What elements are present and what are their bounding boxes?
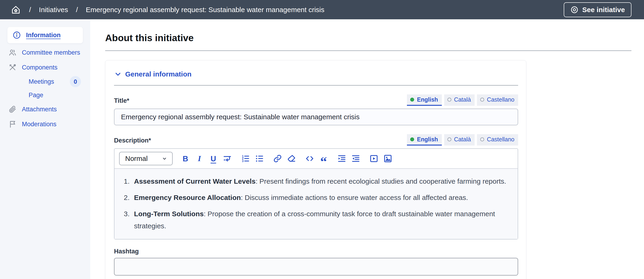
lang-tab-label: Castellano xyxy=(487,96,514,103)
sidebar-item-label: Attachments xyxy=(22,106,57,113)
hashtag-input[interactable] xyxy=(114,258,518,276)
home-gear-icon[interactable] xyxy=(10,4,21,15)
sidebar: Information Committee members Components… xyxy=(0,19,90,279)
list-item-text: : Present findings from recent ecologica… xyxy=(256,177,506,185)
page-title: About this initiative xyxy=(105,32,632,43)
radio-empty-icon xyxy=(448,98,451,102)
lang-tab-castellano[interactable]: Castellano xyxy=(477,134,518,146)
link-icon[interactable] xyxy=(272,153,283,164)
italic-icon[interactable]: I xyxy=(194,153,205,164)
list-number: 3. xyxy=(124,208,134,232)
radio-empty-icon xyxy=(480,137,484,141)
topbar: / Initiatives / Emergency regional assem… xyxy=(0,0,644,19)
unordered-list-icon[interactable] xyxy=(254,153,265,164)
indent-increase-icon[interactable] xyxy=(336,153,347,164)
list-item-text: : Discuss immediate actions to ensure wa… xyxy=(241,194,468,201)
general-information-panel: General information Title* English Catal… xyxy=(105,60,526,279)
sidebar-item-page[interactable]: Page xyxy=(0,88,90,102)
list-item-bold: Long-Term Solutions xyxy=(134,210,204,218)
description-field-label: Description* xyxy=(114,137,151,146)
eraser-icon[interactable] xyxy=(286,153,297,164)
indent-decrease-icon[interactable] xyxy=(350,153,361,164)
list-number: 1. xyxy=(124,175,134,187)
lang-tab-label: Castellano xyxy=(487,136,514,143)
sidebar-item-label: Moderations xyxy=(22,121,56,128)
sidebar-item-label: Meetings xyxy=(28,78,54,85)
admin-app: / Initiatives / Emergency regional assem… xyxy=(0,0,644,279)
sidebar-item-moderations[interactable]: Moderations xyxy=(0,117,90,132)
general-information-toggle[interactable]: General information xyxy=(114,70,518,78)
breadcrumb-initiatives-link[interactable]: Initiatives xyxy=(39,6,68,14)
divider xyxy=(114,85,518,86)
eye-icon xyxy=(570,5,578,14)
title-field-label: Title* xyxy=(114,97,129,106)
info-icon xyxy=(12,31,21,39)
lang-tab-catala[interactable]: Català xyxy=(444,134,474,146)
line-break-icon[interactable] xyxy=(222,153,233,164)
format-select-value: Normal xyxy=(125,155,148,163)
lang-tab-english[interactable]: English xyxy=(407,134,442,146)
see-initiative-button[interactable]: See initiative xyxy=(564,2,632,17)
ordered-list-icon[interactable]: 123 xyxy=(240,153,251,164)
paperclip-icon xyxy=(8,105,17,113)
description-language-tabs: English Català Castellano xyxy=(407,134,518,146)
format-select[interactable]: Normal xyxy=(119,152,173,165)
breadcrumb-current-page: Emergency regional assembly request: Sus… xyxy=(86,6,324,14)
code-view-icon[interactable] xyxy=(304,153,315,164)
editor-toolbar: Normal B I U 123 xyxy=(114,149,518,168)
sidebar-item-label: Committee members xyxy=(22,49,80,56)
radio-empty-icon xyxy=(480,98,484,102)
sidebar-item-attachments[interactable]: Attachments xyxy=(0,102,90,117)
list-item: 2. Emergency Resource Allocation: Discus… xyxy=(124,192,511,204)
list-item: 3. Long-Term Solutions: Propose the crea… xyxy=(124,208,511,232)
sidebar-item-meetings[interactable]: Meetings 0 xyxy=(0,75,90,88)
lang-tab-catala[interactable]: Català xyxy=(444,94,474,106)
list-item-bold: Emergency Resource Allocation xyxy=(134,194,241,201)
radio-empty-icon xyxy=(448,137,451,141)
lang-tab-label: English xyxy=(417,96,438,103)
breadcrumb-separator: / xyxy=(76,6,78,14)
breadcrumb-separator: / xyxy=(29,6,31,14)
image-icon[interactable] xyxy=(382,153,393,164)
video-embed-icon[interactable] xyxy=(368,153,379,164)
sidebar-item-committee-members[interactable]: Committee members xyxy=(0,45,90,60)
sidebar-item-label: Page xyxy=(28,92,43,99)
sidebar-item-information[interactable]: Information xyxy=(8,27,83,43)
see-initiative-label: See initiative xyxy=(582,6,625,14)
title-input[interactable] xyxy=(114,109,518,125)
sidebar-item-label: Components xyxy=(22,64,58,71)
rich-text-editor: Normal B I U 123 xyxy=(114,148,518,240)
bold-icon[interactable]: B xyxy=(180,153,191,164)
lang-tab-label: Català xyxy=(454,136,471,143)
sidebar-item-label: Information xyxy=(26,32,61,39)
section-title: General information xyxy=(125,70,192,78)
divider xyxy=(105,50,632,51)
main-content: About this initiative General informatio… xyxy=(90,19,644,279)
sidebar-item-components[interactable]: Components xyxy=(0,60,90,75)
radio-filled-icon xyxy=(410,98,414,102)
users-icon xyxy=(8,48,17,57)
editor-content[interactable]: 1. Assessment of Current Water Levels: P… xyxy=(114,168,518,239)
chevron-down-icon xyxy=(162,156,168,162)
meetings-count-badge: 0 xyxy=(70,76,81,87)
lang-tab-castellano[interactable]: Castellano xyxy=(477,94,518,106)
title-language-tabs: English Català Castellano xyxy=(407,94,518,106)
list-number: 2. xyxy=(124,192,134,204)
lang-tab-english[interactable]: English xyxy=(407,94,442,106)
blockquote-icon[interactable]: “ xyxy=(318,153,329,164)
underline-icon[interactable]: U xyxy=(208,153,219,164)
lang-tab-label: English xyxy=(417,136,438,143)
chevron-down-icon xyxy=(114,70,122,78)
flag-icon xyxy=(8,120,17,128)
svg-text:3: 3 xyxy=(242,160,244,163)
hashtag-field-label: Hashtag xyxy=(114,248,518,255)
tools-icon xyxy=(8,63,17,72)
radio-filled-icon xyxy=(410,137,414,141)
list-item: 1. Assessment of Current Water Levels: P… xyxy=(124,175,511,187)
list-item-bold: Assessment of Current Water Levels xyxy=(134,177,256,185)
lang-tab-label: Català xyxy=(454,96,471,103)
